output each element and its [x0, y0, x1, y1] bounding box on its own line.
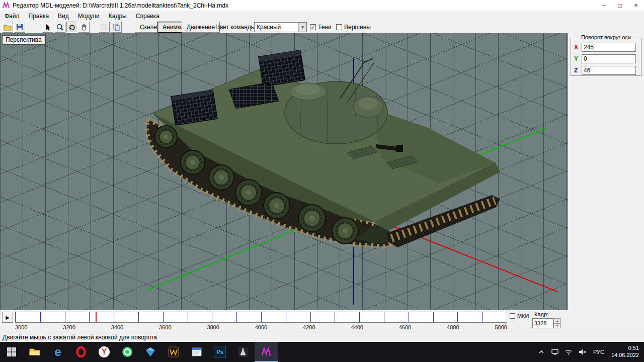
display-icon[interactable]	[551, 348, 559, 356]
spin-up-button[interactable]: ▲	[553, 318, 561, 323]
zoom-tool-button[interactable]	[54, 22, 65, 33]
menu-help[interactable]: Справка	[131, 12, 164, 21]
copy-icon	[112, 23, 120, 31]
axis-x-label: X	[574, 44, 578, 51]
frame-spinner: ▲ ▼	[532, 318, 561, 328]
timeline-panel: ▶ 3000 3200 3400 3600 3800 4000 4200 440…	[0, 310, 644, 332]
timeline-ruler: 3000 3200 3400 3600 3800 4000 4200 4400 …	[15, 324, 507, 331]
menu-file[interactable]: Файл	[0, 12, 24, 21]
menu-edit[interactable]: Правка	[24, 12, 54, 21]
side-panel: Поворот вокруг оси X Y Z	[568, 33, 644, 310]
axis-x-input[interactable]	[582, 43, 636, 52]
team-color-value: Красный	[255, 23, 298, 32]
taskbar-file-explorer[interactable]	[23, 342, 46, 362]
rotation-row-x: X	[571, 43, 641, 52]
pan-tool-button[interactable]	[78, 22, 90, 33]
tank-model	[147, 50, 500, 247]
team-color-label: Цвет команды:	[215, 24, 257, 31]
toolbar: Скелет Анимки Движение Цвет команды: Кра…	[0, 21, 644, 33]
magnifier-icon	[56, 23, 64, 31]
taskbar-edge[interactable]: e	[46, 342, 69, 362]
taskbar-flask-tool[interactable]	[231, 342, 255, 362]
taskbar-document-viewer[interactable]	[185, 342, 208, 362]
extra-tool-button[interactable]	[99, 22, 110, 33]
taskbar-photoshop[interactable]: Ps	[208, 342, 231, 362]
volume-muted-icon[interactable]	[578, 348, 586, 356]
photoshop-icon: Ps	[214, 346, 226, 358]
shadows-label: Тени	[318, 24, 332, 31]
edge-icon: e	[54, 346, 61, 358]
ruler-label: 3400	[111, 324, 123, 331]
check-icon: ✓	[310, 25, 315, 30]
gem-icon	[144, 346, 156, 358]
flask-icon	[237, 346, 249, 358]
rotation-group-title: Поворот вокруг оси	[579, 34, 633, 40]
blank-icon	[100, 23, 108, 31]
rotation-row-y: Y	[571, 54, 641, 64]
yandex-icon: Y	[99, 346, 110, 357]
ruler-label: 3800	[207, 324, 219, 331]
window-title: Редактор MDL-моделей: D:\WarcraftIII 1.2…	[13, 2, 228, 9]
taskbar-yandex[interactable]: Y	[93, 342, 116, 362]
taskbar-warcraft[interactable]	[162, 342, 185, 362]
current-frame-marker[interactable]	[96, 312, 97, 322]
vertices-checkbox-box[interactable]	[336, 24, 342, 30]
perspective-label[interactable]: Перспектива	[2, 35, 45, 45]
wifi-icon[interactable]	[565, 348, 573, 356]
save-button[interactable]	[14, 22, 25, 33]
cursor-icon	[44, 23, 52, 31]
axis-z-input[interactable]	[582, 66, 636, 75]
axis-y-input[interactable]	[582, 54, 636, 63]
spin-down-button[interactable]: ▼	[553, 323, 561, 328]
vertices-label: Вершины	[344, 24, 371, 31]
taskbar-tray: РУС 0:51 14.06.2022	[537, 342, 644, 362]
select-tool-button[interactable]	[42, 22, 53, 33]
main-area: Перспектива Поворот вокруг оси X Y Z	[0, 33, 644, 310]
frame-input[interactable]	[532, 318, 553, 328]
clock-date: 14.06.2022	[611, 352, 639, 359]
save-icon	[16, 23, 24, 31]
play-button[interactable]: ▶	[2, 312, 13, 323]
open-button[interactable]	[2, 22, 13, 33]
close-button[interactable]: ×	[628, 0, 644, 11]
tray-chevron-up-icon[interactable]	[537, 348, 545, 356]
language-indicator[interactable]: РУС	[592, 349, 606, 355]
menu-frames[interactable]: Кадры	[104, 12, 131, 21]
titlebar: Редактор MDL-моделей: D:\WarcraftIII 1.2…	[0, 0, 644, 11]
maximize-button[interactable]: □	[612, 0, 628, 11]
vertices-checkbox[interactable]: Вершины	[336, 24, 371, 31]
minimize-button[interactable]: –	[596, 0, 612, 11]
ruler-label: 4200	[303, 324, 315, 331]
open-folder-icon	[4, 23, 12, 31]
ruler-label: 3000	[15, 324, 27, 331]
taskbar-opera[interactable]	[69, 342, 93, 362]
mki-checkbox-box[interactable]	[510, 313, 515, 319]
tab-movement[interactable]: Движение	[182, 22, 220, 33]
shadows-checkbox[interactable]: ✓ Тени	[310, 24, 332, 31]
clock[interactable]: 0:51 14.06.2022	[611, 345, 639, 359]
taskbar-whatsapp[interactable]	[116, 342, 139, 362]
chevron-down-icon[interactable]: ▼	[298, 23, 306, 32]
taskbar-gem-viewer[interactable]	[139, 342, 162, 362]
status-text: Двигайте мышь с зажатой левой кнопкой дл…	[3, 334, 157, 341]
frame-label: Кадр:	[534, 311, 548, 317]
team-color-select[interactable]: Красный ▼	[254, 22, 307, 32]
rotation-groupbox: Поворот вокруг оси X Y Z	[571, 38, 641, 76]
menu-modules[interactable]: Модули	[73, 12, 104, 21]
screen: Редактор MDL-моделей: D:\WarcraftIII 1.2…	[0, 0, 644, 362]
ruler-label: 4000	[255, 324, 267, 331]
ruler-label: 5000	[495, 324, 507, 331]
menu-view[interactable]: Вид	[53, 12, 73, 21]
timeline-track[interactable]	[15, 312, 507, 323]
rotate-tool-button[interactable]	[66, 22, 77, 33]
taskbar-mdl-editor[interactable]	[255, 342, 278, 362]
copy-button[interactable]	[111, 22, 122, 33]
shadows-checkbox-box[interactable]: ✓	[310, 24, 316, 30]
ruler-label: 3600	[159, 324, 171, 331]
start-button[interactable]	[0, 342, 23, 362]
mki-checkbox[interactable]: МКИ	[510, 313, 529, 319]
axis-y-label: Y	[574, 55, 578, 62]
viewport-3d[interactable]: Перспектива	[0, 33, 568, 310]
rotate-icon	[68, 23, 76, 31]
axis-z-label: Z	[574, 67, 578, 74]
